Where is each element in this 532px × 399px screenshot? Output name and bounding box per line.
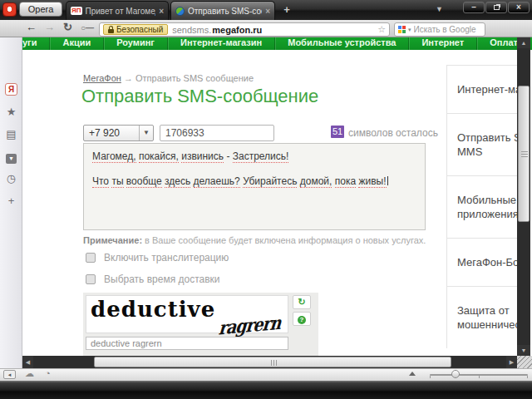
scroll-up-button[interactable]: ▲ <box>517 37 530 48</box>
opera-key-icon[interactable]: ○— <box>81 23 94 32</box>
phone-prefix-value: +7 920 <box>89 127 120 139</box>
tab-yaplakal[interactable]: ЯП Привет от Магомеда -... × <box>66 1 169 20</box>
resize-grip[interactable] <box>517 356 532 368</box>
phone-prefix-select[interactable]: +7 920 ▼ <box>83 125 154 141</box>
captcha-word-2: ragrern <box>218 312 281 338</box>
zoom-slider-knob[interactable] <box>451 370 460 378</box>
checkbox[interactable] <box>86 253 96 263</box>
note-rest: в Ваше сообщение будет включена информац… <box>142 235 426 245</box>
checkbox[interactable] <box>86 274 96 284</box>
megafon-favicon <box>175 7 185 16</box>
captcha-panel: deductive ragrern ↻ ? <box>83 293 318 356</box>
side-menu-item[interactable]: Отправить SMSMMS <box>447 113 517 175</box>
back-button[interactable]: ← <box>26 21 37 33</box>
checkbox-label: Включить транслитерацию <box>104 252 229 264</box>
security-badge[interactable]: Безопасный <box>103 24 168 35</box>
captcha-image: deductive ragrern <box>86 295 288 333</box>
sms-message-textarea[interactable]: Магомед, покайся, извинись - Застрелись!… <box>83 143 426 230</box>
message-word: извинись <box>181 150 224 163</box>
restore-button[interactable] <box>485 2 507 13</box>
scroll-down-button[interactable]: ▼ <box>517 345 530 356</box>
side-menu-item-label: МегаФон-Бону <box>457 255 517 269</box>
message-word: ты <box>111 175 123 188</box>
site-nav-bar: угиАкцииРоумингИнтернет-магазинМобильные… <box>21 37 532 50</box>
side-menu-item-label: Отправить SMS <box>457 131 517 145</box>
panel-toggle-button[interactable]: ◂ <box>3 370 16 379</box>
opera-menu-button[interactable]: Opera <box>19 2 62 17</box>
forward-button[interactable]: → <box>44 21 55 33</box>
checkbox-label: Выбрать время доставки <box>104 273 220 285</box>
side-menu-item-label: Защита от <box>457 303 517 318</box>
bookmark-star-icon[interactable]: ☆ <box>377 24 386 35</box>
message-word: покайся, <box>139 150 179 163</box>
bookmarks-star-icon[interactable]: ★ <box>0 106 22 118</box>
captcha-help-button[interactable]: ? <box>293 312 311 326</box>
downloads-icon[interactable]: ▼ <box>0 150 22 164</box>
nav-item[interactable]: Интернет <box>408 37 476 50</box>
tab-close-icon[interactable]: × <box>159 7 164 16</box>
vertical-scroll-thumb[interactable] <box>518 86 530 222</box>
search-engine-chevron-icon[interactable]: ▾ <box>408 27 411 33</box>
history-clock-icon[interactable]: ◷ <box>0 172 22 185</box>
side-menu-item[interactable]: МегаФон-Бону <box>447 238 517 286</box>
message-word: Убирайтесь <box>243 175 297 188</box>
side-menu-item[interactable]: Защита отмошенничест <box>447 286 517 348</box>
windows-taskbar: Отправить SMS-сооб... RU?▾▣▼ATI✔Z◀)◉6:12 <box>0 381 532 399</box>
captcha-refresh-button[interactable]: ↻ <box>293 295 311 309</box>
tab-list-chevron-icon[interactable]: ▼ <box>436 5 443 13</box>
transliteration-checkbox-row[interactable]: Включить транслитерацию <box>86 252 229 264</box>
message-word: Застрелись! <box>233 150 289 163</box>
scroll-right-button[interactable]: ▶ <box>506 356 517 368</box>
breadcrumb-arrow: → <box>124 73 133 83</box>
message-word: вообще <box>126 175 162 188</box>
message-line <box>92 163 416 175</box>
add-panel-icon[interactable]: + <box>0 195 22 207</box>
breadcrumb-home-link[interactable]: МегаФон <box>83 73 121 83</box>
new-tab-button[interactable]: + <box>279 3 294 17</box>
chars-left-badge: 51 <box>331 126 344 138</box>
notes-icon[interactable]: ▤ <box>0 128 22 140</box>
download-box: ▼ <box>6 154 17 164</box>
side-menu-item-label: мошенничест <box>457 318 517 332</box>
scroll-grip <box>271 360 278 366</box>
zoom-tick <box>479 376 480 378</box>
vertical-scrollbar[interactable]: ▲ ▼ <box>517 37 530 356</box>
side-menu-item[interactable]: Интернет-мага <box>447 65 517 113</box>
url-prefix: sendsms. <box>172 25 211 35</box>
opera-logo-icon <box>2 2 17 17</box>
message-line: Что ты вообще здесь делаешь? Убирайтесь … <box>92 175 416 188</box>
nav-item[interactable]: Интернет-магазин <box>167 37 274 50</box>
tab-send-sms[interactable]: Отправить SMS-сооб... × <box>170 1 275 20</box>
zoom-menu-button[interactable] <box>409 372 416 376</box>
opera-unite-icon[interactable]: ☁ <box>25 368 34 379</box>
search-field[interactable]: ▾ Искать в Google <box>394 22 485 37</box>
opera-side-panel: Я★▤▼◷+ <box>0 37 22 368</box>
close-button[interactable]: × <box>508 2 530 13</box>
nav-item[interactable]: уги <box>21 37 49 50</box>
delivery-time-checkbox-row[interactable]: Выбрать время доставки <box>86 273 220 285</box>
horizontal-scroll-thumb[interactable] <box>94 357 451 367</box>
yandex-bookmark-icon[interactable]: Я <box>0 83 22 96</box>
nav-item[interactable]: Роуминг <box>103 37 167 50</box>
nav-item[interactable]: Мобильные устройства <box>274 37 408 50</box>
search-placeholder: Искать в Google <box>414 25 476 34</box>
chevron-down-icon: ▼ <box>139 126 153 140</box>
security-badge-label: Безопасный <box>116 25 163 34</box>
horizontal-scrollbar[interactable]: ◀ ▶ <box>22 356 517 368</box>
nav-item[interactable]: Акции <box>49 37 103 50</box>
opera-turbo-icon[interactable]: ◔ <box>45 368 51 378</box>
minimize-button[interactable]: – <box>463 2 485 13</box>
chars-left-label: символов осталось <box>348 127 438 139</box>
reload-button[interactable]: ↻ <box>63 21 72 33</box>
url-field[interactable]: Безопасный sendsms. megafon.ru ☆ <box>99 22 390 37</box>
side-menu-item[interactable]: Мобильныеприложения <box>447 175 517 238</box>
tab-close-icon[interactable]: × <box>265 7 270 16</box>
message-word: Магомед, <box>92 150 136 163</box>
scroll-left-button[interactable]: ◀ <box>22 356 33 368</box>
side-menu-item-label: MMS <box>457 145 517 159</box>
breadcrumb-current: Отправить SMS сообщение <box>135 73 254 83</box>
phone-number-input[interactable] <box>160 125 274 141</box>
captcha-input[interactable] <box>86 337 288 350</box>
google-icon <box>398 26 406 33</box>
page-title: Отправить SMS-сообщение <box>81 86 318 107</box>
